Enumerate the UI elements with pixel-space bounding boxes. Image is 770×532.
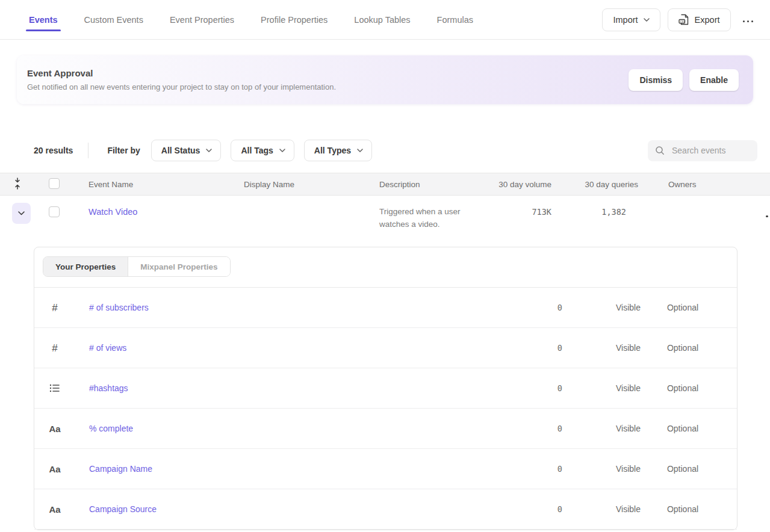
search-icon	[655, 146, 665, 155]
property-requirement: Optional	[641, 504, 725, 514]
filter-by-label: Filter by	[107, 146, 140, 155]
status-filter-dropdown[interactable]: All Status	[151, 140, 222, 161]
column-event-name: Event Name	[79, 180, 244, 189]
filter-row: 20 results Filter by All Status All Tags…	[0, 140, 770, 161]
property-row: Aa % complete 0 Visible Optional	[34, 409, 737, 449]
tab-formulas[interactable]: Formulas	[437, 0, 473, 39]
property-name-link[interactable]: # of views	[75, 343, 469, 353]
event-30-day-queries: 1,382	[554, 207, 638, 217]
enable-button[interactable]: Enable	[689, 69, 739, 91]
chevron-down-icon	[644, 18, 650, 22]
banner-actions: Dismiss Enable	[629, 69, 739, 91]
text-icon: Aa	[49, 465, 60, 474]
property-requirement: Optional	[641, 303, 725, 312]
property-visibility: Visible	[562, 424, 641, 433]
export-button-label: Export	[695, 15, 720, 25]
number-icon: #	[52, 343, 57, 353]
column-30-day-volume: 30 day volume	[492, 180, 554, 189]
ellipsis-icon	[766, 215, 770, 218]
chevron-down-icon	[18, 211, 25, 215]
tab-events[interactable]: Events	[29, 0, 58, 39]
import-button-label: Import	[613, 15, 638, 25]
property-requirement: Optional	[641, 343, 725, 353]
number-icon: #	[52, 303, 57, 313]
divider	[88, 143, 88, 158]
ellipsis-icon	[743, 20, 754, 23]
property-row: #hashtags 0 Visible Optional	[34, 368, 737, 409]
property-requirement: Optional	[641, 383, 725, 393]
chevron-down-icon	[206, 149, 212, 152]
list-icon	[49, 383, 60, 393]
tags-filter-label: All Tags	[241, 146, 273, 155]
csv-file-icon: csv	[678, 14, 689, 25]
event-description: Triggered when a user watches a video.	[379, 205, 492, 230]
tags-filter-dropdown[interactable]: All Tags	[231, 140, 294, 161]
event-approval-banner: Event Approval Get notified on all new e…	[17, 55, 753, 104]
column-owners: Owners	[638, 180, 741, 189]
column-display-name: Display Name	[244, 180, 379, 189]
property-visibility: Visible	[562, 383, 641, 393]
property-value: 0	[469, 424, 562, 433]
collapse-all-button[interactable]	[0, 178, 34, 191]
column-30-day-queries: 30 day queries	[554, 180, 638, 189]
tab-lookup-tables[interactable]: Lookup Tables	[354, 0, 410, 39]
search-input[interactable]	[671, 145, 750, 156]
property-name-link[interactable]: Campaign Name	[75, 464, 469, 474]
import-button[interactable]: Import	[602, 8, 660, 31]
chevron-down-icon	[357, 149, 363, 152]
nav-actions: Import csv Export	[602, 8, 758, 31]
tab-profile-properties[interactable]: Profile Properties	[261, 0, 328, 39]
property-row: # # of subscribers 0 Visible Optional	[34, 288, 737, 328]
property-row: Aa Campaign Name 0 Visible Optional	[34, 449, 737, 489]
event-table-row: Watch Video Triggered when a user watche…	[0, 196, 770, 247]
types-filter-label: All Types	[314, 146, 351, 155]
row-actions-button[interactable]	[763, 209, 770, 220]
dismiss-button[interactable]: Dismiss	[629, 69, 683, 91]
banner-title: Event Approval	[27, 68, 336, 78]
property-visibility: Visible	[562, 504, 641, 514]
property-value: 0	[469, 303, 562, 312]
banner-text: Event Approval Get notified on all new e…	[27, 68, 336, 91]
table-header: Event Name Display Name Description 30 d…	[0, 173, 770, 196]
tab-custom-events[interactable]: Custom Events	[84, 0, 143, 39]
tab-your-properties[interactable]: Your Properties	[43, 257, 128, 276]
svg-text:csv: csv	[680, 19, 685, 23]
status-filter-label: All Status	[161, 146, 200, 155]
export-button[interactable]: csv Export	[668, 8, 731, 31]
event-30-day-volume: 713K	[492, 207, 554, 217]
tab-mixpanel-properties[interactable]: Mixpanel Properties	[128, 257, 229, 276]
property-name-link[interactable]: # of subscribers	[75, 303, 469, 312]
property-name-link[interactable]: Campaign Source	[75, 504, 469, 514]
properties-tab-switcher: Your Properties Mixpanel Properties	[43, 256, 231, 277]
property-visibility: Visible	[562, 464, 641, 474]
nav-tabs: Events Custom Events Event Properties Pr…	[29, 0, 473, 39]
property-visibility: Visible	[562, 303, 641, 312]
property-requirement: Optional	[641, 424, 725, 433]
search-box	[648, 140, 757, 161]
text-icon: Aa	[49, 505, 60, 514]
property-value: 0	[469, 383, 562, 393]
event-name-link[interactable]: Watch Video	[88, 207, 137, 217]
properties-panel: Your Properties Mixpanel Properties # # …	[34, 247, 737, 530]
property-name-link[interactable]: #hashtags	[75, 383, 469, 393]
results-count: 20 results	[34, 146, 73, 155]
property-value: 0	[469, 464, 562, 474]
property-row: Aa Campaign Source 0 Visible Optional	[34, 489, 737, 530]
property-visibility: Visible	[562, 343, 641, 353]
row-checkbox[interactable]	[49, 206, 60, 217]
collapse-rows-icon	[13, 178, 22, 190]
more-button[interactable]	[738, 11, 759, 28]
property-name-link[interactable]: % complete	[75, 424, 469, 433]
top-nav: Events Custom Events Event Properties Pr…	[0, 0, 770, 40]
banner-description: Get notified on all new events entering …	[27, 82, 336, 91]
column-description: Description	[379, 180, 492, 189]
select-all-checkbox[interactable]	[49, 178, 60, 189]
collapse-row-button[interactable]	[12, 203, 31, 224]
property-row: # # of views 0 Visible Optional	[34, 328, 737, 368]
text-icon: Aa	[49, 424, 60, 433]
types-filter-dropdown[interactable]: All Types	[304, 140, 372, 161]
tab-event-properties[interactable]: Event Properties	[170, 0, 234, 39]
properties-panel-tabs: Your Properties Mixpanel Properties	[34, 247, 737, 288]
chevron-down-icon	[279, 149, 285, 152]
property-value: 0	[469, 343, 562, 353]
